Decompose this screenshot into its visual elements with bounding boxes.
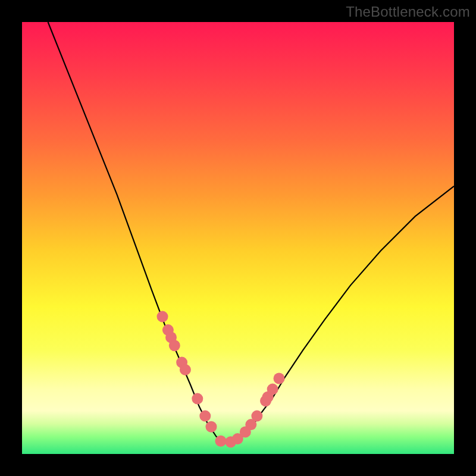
sample-dot <box>180 364 191 375</box>
outer-frame: TheBottleneck.com <box>0 0 476 476</box>
sample-dot <box>267 384 278 395</box>
sample-dot <box>206 421 217 433</box>
sample-dot <box>215 436 227 447</box>
sample-dots-group <box>157 311 285 448</box>
plot-area <box>22 22 454 454</box>
bottleneck-curve <box>48 22 454 443</box>
sample-dot <box>274 373 285 384</box>
sample-dot <box>157 311 168 322</box>
sample-dot <box>169 340 180 351</box>
sample-dot <box>192 393 203 405</box>
chart-svg <box>22 22 454 454</box>
sample-dot <box>199 411 211 422</box>
watermark-label: TheBottleneck.com <box>346 4 470 20</box>
sample-dot <box>251 411 262 422</box>
